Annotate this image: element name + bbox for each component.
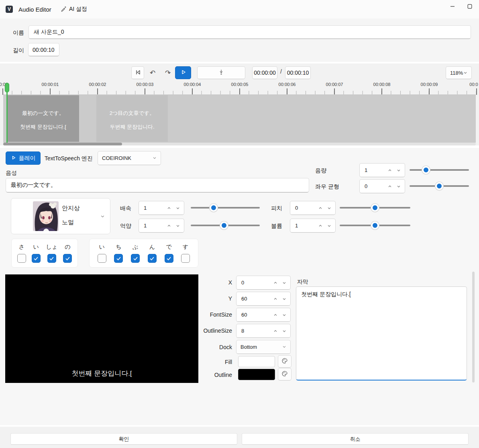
volume-slider[interactable]: [340, 221, 410, 229]
chevron-down-icon[interactable]: [280, 294, 289, 304]
zoom-select[interactable]: 118%: [446, 66, 472, 79]
dock-select[interactable]: Bottom: [236, 340, 291, 354]
name-input[interactable]: [29, 25, 471, 39]
chevron-up-icon[interactable]: [271, 278, 280, 288]
tts-play-button[interactable]: 플레이: [6, 151, 41, 165]
chevron-down-icon[interactable]: [280, 278, 289, 288]
voice-label: 음성: [6, 170, 17, 177]
slider-thumb[interactable]: [422, 166, 430, 174]
mora-item: さ: [17, 243, 26, 263]
total-time-field[interactable]: 00:00:10: [285, 66, 311, 79]
slider-thumb[interactable]: [371, 204, 379, 212]
outline-color-picker-button[interactable]: [278, 368, 291, 380]
clip-text-ko: 두번째 문장입니다.: [96, 123, 168, 131]
playhead-handle[interactable]: [5, 83, 9, 92]
slider-thumb[interactable]: [210, 204, 218, 212]
chevron-down-icon[interactable]: [325, 203, 334, 213]
mora-checkbox[interactable]: [98, 254, 106, 263]
balance-label: 좌우 균형: [315, 183, 339, 190]
fontsize-spinner[interactable]: 60: [236, 308, 291, 322]
timeline-hscrollbar[interactable]: [3, 143, 476, 145]
titlebar: V Audio Editor AI 설정: [0, 0, 479, 18]
panel-vscrollbar-thumb[interactable]: [472, 272, 475, 383]
ruler-label: 00:00:03: [137, 82, 154, 87]
mora-checkbox[interactable]: [165, 254, 173, 263]
outline-color-swatch[interactable]: [238, 369, 275, 380]
balance-slider[interactable]: [410, 182, 469, 190]
chevron-down-icon[interactable]: [280, 310, 289, 320]
chevron-up-icon[interactable]: [271, 326, 280, 336]
chevron-down-icon[interactable]: [173, 203, 182, 213]
pitch-spinner[interactable]: 0: [290, 201, 336, 215]
mora-checkbox[interactable]: [181, 254, 190, 263]
slider-thumb[interactable]: [220, 221, 228, 229]
chevron-up-icon[interactable]: [385, 182, 394, 191]
transport-play-button[interactable]: [175, 66, 191, 79]
pitch-label: 피치: [271, 205, 282, 212]
audio-clip[interactable]: 2つ目の文章です。 두번째 문장입니다.: [96, 95, 168, 142]
chevron-up-icon[interactable]: [165, 221, 173, 231]
chevron-up-icon[interactable]: [165, 203, 173, 213]
intonation-spinner[interactable]: 1: [139, 219, 184, 233]
pitch-slider[interactable]: [340, 204, 410, 212]
record-device-dropdown[interactable]: [197, 66, 245, 79]
sound-info-panel: 이름 길이: [0, 18, 479, 62]
timeline-ruler[interactable]: 0:00 00:00:01 00:00:02 00:00:03 00:00:04…: [0, 82, 479, 88]
y-spinner[interactable]: 60: [236, 292, 291, 306]
chevron-up-icon[interactable]: [316, 221, 325, 231]
mora-checkbox[interactable]: [32, 254, 41, 263]
cancel-button[interactable]: 취소: [242, 433, 469, 445]
subtitle-textarea[interactable]: 첫번째 문장입니다.[: [296, 286, 467, 380]
character-avatar: [33, 201, 59, 231]
minimize-button[interactable]: [446, 1, 459, 12]
intonation-slider[interactable]: [191, 221, 260, 229]
audio-clip-selected[interactable]: 最初の一文です。 첫번째 문장입니다.[: [7, 95, 79, 142]
balance-spinner[interactable]: 0: [359, 179, 405, 193]
length-input[interactable]: [28, 43, 59, 56]
chevron-down-icon[interactable]: [394, 166, 403, 175]
timeline-hscrollbar-thumb[interactable]: [3, 143, 122, 145]
x-spinner[interactable]: 0: [236, 276, 291, 290]
chevron-up-icon[interactable]: [316, 203, 325, 213]
mora-checkbox[interactable]: [131, 254, 140, 263]
maximize-button[interactable]: [464, 1, 476, 12]
speed-spinner[interactable]: 1: [139, 201, 184, 215]
speed-slider[interactable]: [191, 204, 260, 212]
chevron-up-icon[interactable]: [271, 294, 280, 304]
volume-value: 1: [295, 223, 316, 229]
ai-settings-menu-item[interactable]: AI 설정: [58, 4, 90, 14]
mora-kana: す: [183, 243, 188, 251]
mora-checkbox[interactable]: [63, 254, 72, 263]
gain-spinner[interactable]: 1: [359, 163, 405, 177]
skip-to-start-button[interactable]: [131, 66, 144, 79]
undo-icon: ↶: [150, 69, 155, 77]
voice-text-input[interactable]: [6, 178, 309, 192]
slider-thumb[interactable]: [371, 221, 379, 229]
gain-slider[interactable]: [410, 166, 469, 174]
chevron-down-icon[interactable]: [325, 221, 334, 231]
volume-spinner[interactable]: 1: [290, 219, 336, 233]
chevron-down-icon[interactable]: [394, 182, 403, 191]
current-time-field[interactable]: 00:00:00: [252, 66, 277, 79]
character-select[interactable]: 안지상 노멀: [11, 198, 110, 234]
chevron-up-icon[interactable]: [385, 166, 394, 175]
chevron-down-icon[interactable]: [173, 221, 182, 231]
mora-group-1: さ い しょ の: [11, 239, 78, 268]
redo-icon: ↷: [165, 69, 171, 77]
chevron-up-icon[interactable]: [271, 310, 280, 320]
slider-track: [191, 207, 260, 209]
engine-select[interactable]: COEIROINK: [98, 151, 161, 165]
mora-checkbox[interactable]: [17, 254, 26, 263]
outlinesize-spinner[interactable]: 8: [236, 324, 291, 338]
slider-thumb[interactable]: [435, 182, 443, 190]
fill-color-picker-button[interactable]: [278, 355, 291, 368]
track-area[interactable]: 最初の一文です。 첫번째 문장입니다.[ 2つ目の文章です。 두번째 문장입니다…: [3, 94, 476, 143]
undo-button[interactable]: ↶: [146, 66, 159, 79]
mora-checkbox[interactable]: [148, 254, 157, 263]
mora-checkbox[interactable]: [47, 254, 56, 263]
fill-color-swatch[interactable]: [238, 356, 275, 367]
chevron-down-icon[interactable]: [280, 326, 289, 336]
mora-checkbox[interactable]: [114, 254, 123, 263]
redo-button[interactable]: ↷: [161, 66, 174, 79]
ok-button[interactable]: 확인: [10, 433, 237, 445]
